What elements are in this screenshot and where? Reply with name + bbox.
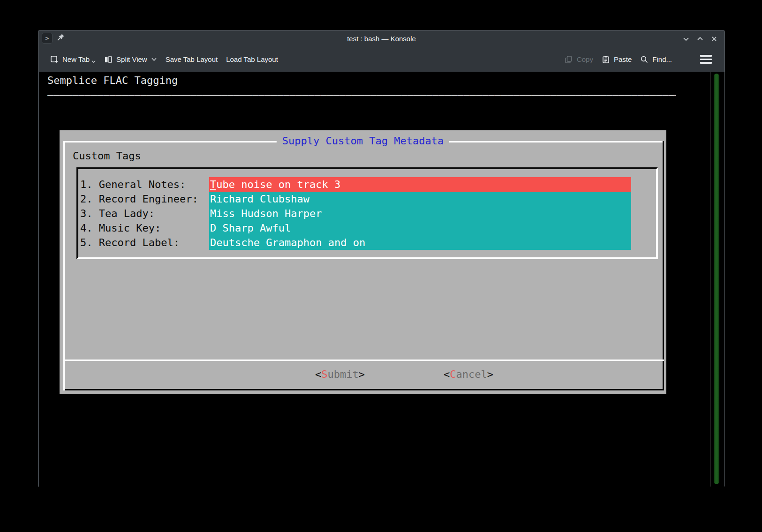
copy-icon bbox=[565, 55, 573, 64]
new-tab-button[interactable]: New Tab bbox=[46, 52, 100, 67]
field-input-record-engineer[interactable]: Richard Clubshaw bbox=[209, 192, 631, 206]
new-tab-label: New Tab bbox=[62, 55, 90, 63]
save-tab-layout-button[interactable]: Save Tab Layout bbox=[161, 52, 222, 66]
paste-button[interactable]: Paste bbox=[597, 52, 636, 67]
button-separator bbox=[63, 360, 664, 361]
split-view-label: Split View bbox=[116, 55, 147, 63]
form-row: 5. Record Label: Deutsche Gramaphon and … bbox=[78, 235, 656, 250]
cancel-button[interactable]: <Cancel> bbox=[444, 367, 493, 382]
load-tab-layout-label: Load Tab Layout bbox=[226, 55, 278, 63]
find-label: Find... bbox=[652, 55, 672, 63]
field-input-music-key[interactable]: D Sharp Awful bbox=[209, 221, 631, 235]
caret-down-icon bbox=[151, 57, 157, 61]
field-label: 5. Record Label: bbox=[80, 235, 180, 250]
backtitle-separator: ————————————————————————————————————————… bbox=[47, 88, 676, 102]
field-label: 4. Music Key: bbox=[80, 221, 161, 235]
tui-dialog: Supply Custom Tag Metadata Custom Tags 1… bbox=[60, 130, 666, 394]
dialog-border-left bbox=[63, 141, 65, 390]
maximize-icon[interactable] bbox=[696, 35, 704, 43]
field-label: 1. General Notes: bbox=[80, 177, 186, 192]
field-label: 3. Tea Lady: bbox=[80, 206, 155, 221]
hamburger-menu-button[interactable] bbox=[698, 52, 714, 66]
form-row: 1. General Notes: Tube noise on track 3 bbox=[78, 177, 656, 192]
search-icon bbox=[640, 55, 649, 64]
form-row: 3. Tea Lady: Miss Hudson Harper bbox=[78, 206, 656, 221]
dialog-title: Supply Custom Tag Metadata bbox=[277, 135, 449, 147]
scrollbar-thumb[interactable] bbox=[714, 74, 719, 484]
titlebar[interactable]: > test : bash — Konsole bbox=[38, 30, 724, 47]
konsole-window: > test : bash — Konsole bbox=[38, 30, 725, 487]
field-input-tea-lady[interactable]: Miss Hudson Harper bbox=[209, 206, 631, 221]
field-label: 2. Record Engineer: bbox=[80, 192, 198, 206]
load-tab-layout-button[interactable]: Load Tab Layout bbox=[222, 52, 282, 66]
copy-label: Copy bbox=[577, 55, 593, 63]
minimize-icon[interactable] bbox=[682, 35, 690, 43]
paste-icon bbox=[602, 55, 610, 64]
prompt-glyph: > bbox=[45, 35, 49, 42]
pin-icon[interactable] bbox=[55, 33, 65, 43]
form-row: 2. Record Engineer: Richard Clubshaw bbox=[78, 192, 656, 206]
close-icon[interactable] bbox=[710, 35, 718, 43]
copy-button[interactable]: Copy bbox=[560, 52, 597, 67]
desktop-background: > test : bash — Konsole bbox=[0, 0, 762, 532]
scrollbar-track[interactable] bbox=[710, 72, 711, 487]
toolbar: New Tab Split View Save Tab Layo bbox=[38, 47, 724, 72]
submit-button[interactable]: <Submit> bbox=[315, 367, 365, 382]
window-title: test : bash — Konsole bbox=[347, 30, 416, 47]
find-button[interactable]: Find... bbox=[636, 52, 676, 67]
dialog-border-bottom bbox=[65, 389, 664, 390]
caret-down-icon bbox=[91, 60, 96, 63]
field-input-general-notes[interactable]: Tube noise on track 3 bbox=[209, 177, 631, 192]
dialog-heading: Custom Tags bbox=[73, 150, 141, 163]
save-tab-layout-label: Save Tab Layout bbox=[166, 55, 218, 63]
split-view-button[interactable]: Split View bbox=[100, 52, 161, 67]
backtitle: Semplice FLAC Tagging bbox=[47, 74, 178, 88]
terminal-screen[interactable]: Semplice FLAC Tagging ——————————————————… bbox=[39, 72, 724, 487]
new-tab-icon bbox=[50, 55, 59, 64]
split-view-icon bbox=[104, 55, 113, 64]
field-input-record-label[interactable]: Deutsche Gramaphon and on bbox=[209, 235, 631, 250]
konsole-tab-icon[interactable]: > bbox=[42, 33, 53, 44]
form-box: 1. General Notes: Tube noise on track 3 … bbox=[76, 167, 658, 259]
form-row: 4. Music Key: D Sharp Awful bbox=[78, 221, 656, 235]
hamburger-icon bbox=[700, 55, 712, 57]
dialog-border-right bbox=[663, 141, 664, 390]
paste-label: Paste bbox=[614, 55, 632, 63]
